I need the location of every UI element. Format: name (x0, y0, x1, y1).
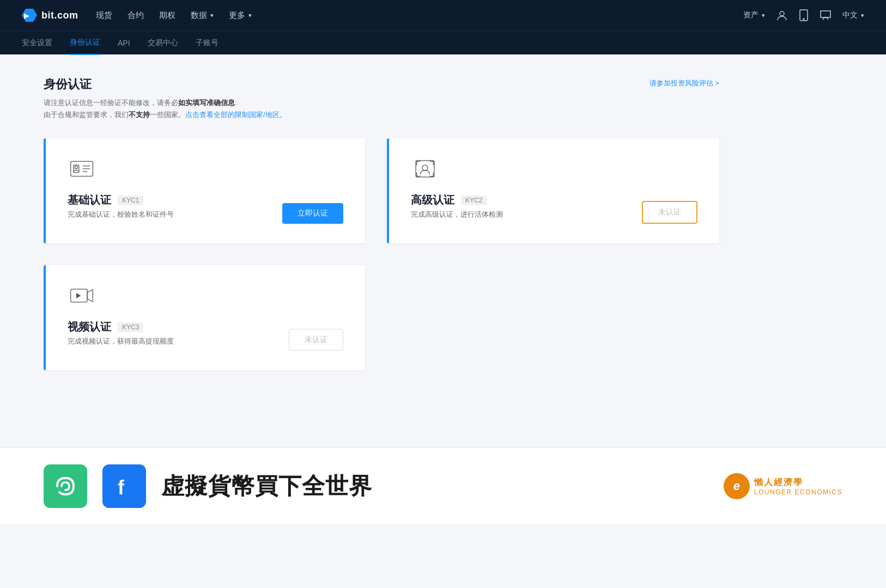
kyc2-card: 高级认证 KYC2 完成高级认证，进行活体检测 未认证 (387, 138, 719, 243)
sub-nav-api[interactable]: API (118, 31, 130, 55)
kyc-cards-row2: 视频认证 KYC3 完成视频认证，获得最高提现额度 未认证 (44, 265, 719, 381)
kyc2-desc: 完成高级认证，进行活体检测 (411, 210, 642, 219)
banner-icon-facebook: f (102, 464, 146, 508)
kyc2-title: 高级认证 (411, 193, 454, 207)
banner-icon-green (44, 464, 87, 508)
nav-item-more[interactable]: 更多 (229, 6, 252, 25)
svg-marker-15 (76, 293, 81, 298)
kyc-row2-empty (387, 265, 719, 381)
svg-text:f: f (118, 476, 125, 499)
kyc2-icon (411, 158, 439, 180)
notice-line2: 由于合规和监管要求，我们不支持一些国家。点击查看全部的限制国家/地区。 (44, 110, 287, 120)
kyc3-title: 视频认证 (68, 320, 111, 334)
nav-item-contract[interactable]: 合约 (128, 6, 144, 25)
sub-nav-security[interactable]: 安全设置 (22, 31, 52, 55)
brand-name-bottom: LOUNGER ECONOMICS (754, 488, 842, 496)
message-icon[interactable] (820, 10, 832, 21)
kyc1-title: 基础认证 (68, 193, 111, 207)
nav-item-spot[interactable]: 现货 (96, 6, 112, 25)
svg-point-2 (780, 11, 784, 16)
kyc1-body: 基础认证 KYC1 完成基础认证，校验姓名和证件号 立即认证 (68, 193, 343, 224)
kyc1-desc: 完成基础认证，校验姓名和证件号 (68, 210, 282, 219)
svg-marker-14 (87, 290, 93, 302)
kyc1-card: 基础认证 KYC1 完成基础认证，校验姓名和证件号 立即认证 (44, 138, 365, 243)
sub-nav-kyc[interactable]: 身份认证 (70, 31, 100, 55)
sub-nav-subaccount[interactable]: 子账号 (196, 31, 219, 55)
svg-rect-17 (111, 473, 138, 500)
kyc3-icon (68, 285, 96, 307)
nav-item-data[interactable]: 数据 (191, 6, 214, 25)
svg-text:▶: ▶ (24, 12, 29, 20)
mobile-icon[interactable] (799, 9, 809, 21)
brand-e-icon: e (724, 473, 750, 499)
brand-logo: e 懶人經濟學 LOUNGER ECONOMICS (724, 473, 842, 499)
logo[interactable]: ▶ bit.com (22, 8, 78, 23)
notice-line1: 请注意认证信息一经验证不能修改，请务必如实填写准确信息: (44, 98, 287, 108)
nav-assets[interactable]: 资产 (743, 10, 765, 20)
logo-text: bit.com (41, 10, 78, 21)
brand-name-top: 懶人經濟學 (754, 477, 842, 488)
kyc1-icon (68, 158, 96, 180)
banner-main-text: 虚擬貨幣買下全世界 (161, 471, 708, 501)
svg-rect-11 (416, 161, 434, 177)
kyc3-badge: KYC3 (118, 322, 143, 332)
nav-items: 现货 合约 期权 数据 更多 (96, 6, 743, 25)
sub-nav-trade-center[interactable]: 交易中心 (148, 31, 178, 55)
kyc-cards-row1: 基础认证 KYC1 完成基础认证，校验姓名和证件号 立即认证 (44, 138, 719, 254)
kyc3-card: 视频认证 KYC3 完成视频认证，获得最高提现额度 未认证 (44, 265, 365, 370)
svg-point-4 (803, 19, 804, 20)
kyc2-unverified-button[interactable]: 未认证 (642, 201, 697, 224)
nav-item-options[interactable]: 期权 (159, 6, 175, 25)
main-content: 身份认证 请注意认证信息一经验证不能修改，请务必如实填写准确信息: 由于合规和监… (0, 54, 763, 403)
kyc3-desc: 完成视频认证，获得最高提现额度 (68, 336, 289, 346)
page-header: 身份认证 请注意认证信息一经验证不能修改，请务必如实填写准确信息: 由于合规和监… (44, 76, 719, 122)
page-header-left: 身份认证 请注意认证信息一经验证不能修改，请务必如实填写准确信息: 由于合规和监… (44, 76, 287, 122)
svg-point-12 (422, 165, 428, 170)
kyc3-unverified-button[interactable]: 未认证 (289, 329, 343, 351)
sub-nav: 安全设置 身份认证 API 交易中心 子账号 (0, 30, 886, 54)
kyc1-badge: KYC1 (118, 195, 143, 205)
page-title: 身份认证 (44, 76, 287, 93)
nav-right: 资产 中文 (743, 9, 864, 21)
kyc2-body: 高级认证 KYC2 完成高级认证，进行活体检测 未认证 (411, 193, 697, 224)
svg-rect-16 (52, 473, 79, 500)
kyc2-badge: KYC2 (461, 195, 487, 205)
bottom-banner: f 虚擬貨幣買下全世界 e 懶人經濟學 LOUNGER ECONOMICS (0, 446, 886, 524)
account-icon[interactable] (776, 9, 788, 21)
risk-eval-link[interactable]: 请参加投资风险评估 > (650, 78, 719, 88)
kyc1-verify-button[interactable]: 立即认证 (282, 203, 343, 224)
restricted-countries-link[interactable]: 点击查看全部的限制国家/地区。 (185, 111, 287, 119)
svg-point-7 (75, 166, 77, 169)
logo-icon: ▶ (22, 8, 37, 23)
nav-language[interactable]: 中文 (842, 10, 864, 20)
kyc3-body: 视频认证 KYC3 完成视频认证，获得最高提现额度 未认证 (68, 320, 343, 351)
top-nav: ▶ bit.com 现货 合约 期权 数据 更多 资产 (0, 0, 886, 30)
